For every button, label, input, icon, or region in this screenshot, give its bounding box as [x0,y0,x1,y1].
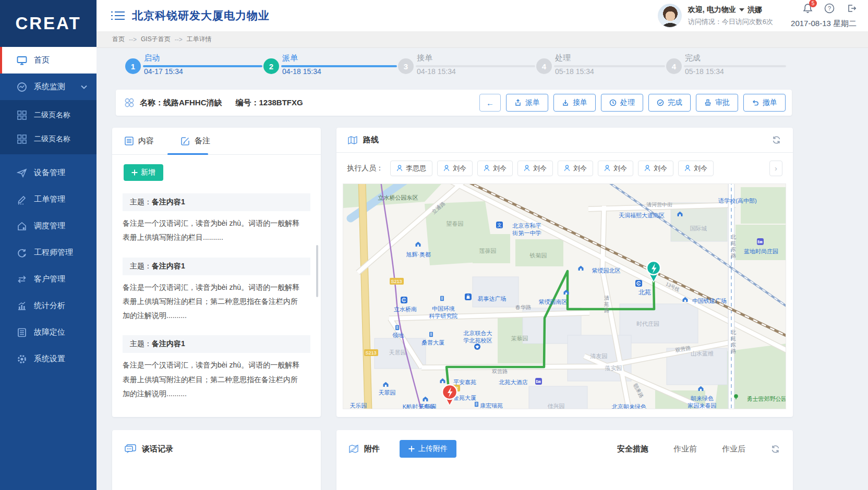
svg-text:时代庄园: 时代庄园 [636,321,659,327]
tab-after-work[interactable]: 作业后 [722,444,745,454]
tab-safety-measures[interactable]: 安全措施 [617,444,648,454]
executors-label: 执行人员： [347,164,383,173]
step-date: 04-18 15:34 [282,67,321,76]
sidebar-item-label: 系统监测 [34,82,65,92]
svg-text:路: 路 [604,308,609,313]
user-welcome[interactable]: 欢迎, 电力物业 洪娜 访问情况：今日访问次数6次 [688,5,773,27]
tab-content[interactable]: 内容 [125,136,154,146]
avatar[interactable] [658,4,682,28]
sidebar-item-statistics[interactable]: 统计分析 [0,292,97,319]
more-executors-button[interactable]: › [769,161,782,176]
check-circle-icon [657,99,664,106]
svg-text:蓝地时尚庄园: 蓝地时尚庄园 [744,248,778,254]
svg-text:清友园: 清友园 [590,353,608,359]
sidebar-item-secondary-1[interactable]: 二级页名称 [0,103,97,127]
notes-panel: 内容 备注 新增 主题：备注内容1 备注是一个汉语词汇，读音为bèi zhù。词… [112,128,321,417]
gear-icon [17,354,27,364]
svg-text:春华路: 春华路 [515,304,531,310]
breadcrumb-home[interactable]: 首页 [112,35,125,44]
swap-arrows-icon [17,274,27,285]
accept-button[interactable]: 接单 [553,94,596,112]
logout-button[interactable] [846,3,857,16]
add-note-button[interactable]: 新增 [124,164,163,181]
home-gear-icon [17,221,27,231]
svg-text:北京朝来绿色: 北京朝来绿色 [611,403,646,409]
sidebar-item-label: 系统设置 [34,354,65,364]
svg-text:苑: 苑 [604,301,609,307]
note-body: 备注是一个汉语词汇，读音为bèi zhù。词语的一般解释表册上供填写附注的栏目；… [123,358,303,401]
breadcrumb-gis[interactable]: GIS子首页 [141,35,171,44]
dispatch-button[interactable]: 派单 [506,94,548,112]
executor-chip[interactable]: 刘今 [517,161,553,176]
plus-icon [408,446,415,452]
approve-button[interactable]: 审批 [696,94,738,112]
executor-chip[interactable]: 刘今 [678,161,714,176]
tab-before-work[interactable]: 作业前 [673,444,697,454]
step-label: 接单 [417,53,432,63]
step-circle-complete: 4 [666,58,682,74]
sidebar-item-fault-location[interactable]: 故障定位 [0,319,97,346]
svg-text:国际城: 国际城 [690,225,707,231]
svg-text:?: ? [828,5,831,11]
refresh-icon[interactable] [771,135,781,145]
sidebar-item-secondary-2[interactable]: 二级页名称 [0,127,97,151]
executor-chip[interactable]: 李思思 [390,161,432,176]
svg-text:家园来春园: 家园来春园 [688,402,717,409]
sidebar-item-engineers[interactable]: 工程师管理 [0,239,97,266]
sidebar-item-label: 调度管理 [34,221,65,231]
svg-text:平安嘉苑: 平安嘉苑 [453,379,476,385]
refresh-icon[interactable] [770,444,780,454]
attachment-panel: 附件 上传附件 安全措施 作业前 作业后 [336,430,793,490]
back-button[interactable]: ← [479,94,501,112]
svg-text:双营路: 双营路 [492,369,508,374]
executor-chip[interactable]: 刘今 [437,161,473,176]
panel-title: 谈话记录 [142,444,173,454]
sidebar-item-monitor[interactable]: 系统监测 [0,74,97,100]
edit-icon [181,137,190,145]
executor-chip[interactable]: 刘今 [638,161,673,176]
logout-icon [846,3,857,14]
step-date: 05-18 15:34 [555,67,594,76]
sidebar-item-workorders[interactable]: 工单管理 [0,186,97,213]
svg-text:蒗实园: 蒗实园 [605,365,622,371]
step-date: 04-18 15:34 [417,67,456,76]
revoke-button[interactable]: 撤单 [743,94,786,112]
executor-chip[interactable]: 刘今 [598,161,633,176]
complete-button[interactable]: 完成 [648,94,691,112]
sidebar-item-dispatch[interactable]: 调度管理 [0,213,97,239]
help-icon: ? [824,3,835,14]
menu-toggle-icon[interactable] [111,10,125,21]
step-label: 启动 [144,53,160,63]
person-icon [396,165,403,172]
talk-record-panel: 谈话记录 [112,430,321,490]
tab-remark[interactable]: 备注 [181,136,210,146]
sidebar-item-home[interactable]: 首页 [0,47,97,74]
svg-text:朝来绿色: 朝来绿色 [690,395,714,401]
sidebar-submenu: 二级页名称 二级页名称 [0,100,97,154]
step-circle-handle: 4 [536,58,552,74]
svg-text:清河营中街: 清河营中街 [646,202,672,207]
step-label: 处理 [555,53,571,63]
svg-text:桑普大厦: 桑普大厦 [421,339,444,346]
executor-chip[interactable]: 刘今 [558,161,593,176]
sidebar-item-devices[interactable]: 设备管理 [0,160,97,186]
upload-attachment-button[interactable]: 上传附件 [400,440,456,458]
executor-chip[interactable]: 刘今 [477,161,513,176]
handle-button[interactable]: 处理 [601,94,643,112]
svg-text:S213: S213 [391,279,402,284]
main-content: 1 启动 04-17 15:34 2 派单 04-18 15:34 3 接单 0… [97,48,868,490]
note-subject: 主题：备注内容1 [123,258,310,275]
sidebar-item-label: 设备管理 [34,168,65,178]
sidebar-item-customers[interactable]: 客户管理 [0,266,97,292]
sidebar-item-settings[interactable]: 系统设置 [0,346,97,372]
route-map[interactable]: 文 [343,183,786,409]
svg-text:S213: S213 [365,350,376,356]
svg-text:学北苑校区: 学北苑校区 [464,337,492,344]
clover-icon [124,97,135,108]
notifications-button[interactable]: 5 [803,3,813,16]
svg-text:天畅园: 天畅园 [419,403,437,409]
scrollbar[interactable] [316,245,318,297]
sidebar-item-label: 统计分析 [34,301,65,311]
help-button[interactable]: ? [824,3,835,16]
app-logo: CREAT [0,0,97,47]
